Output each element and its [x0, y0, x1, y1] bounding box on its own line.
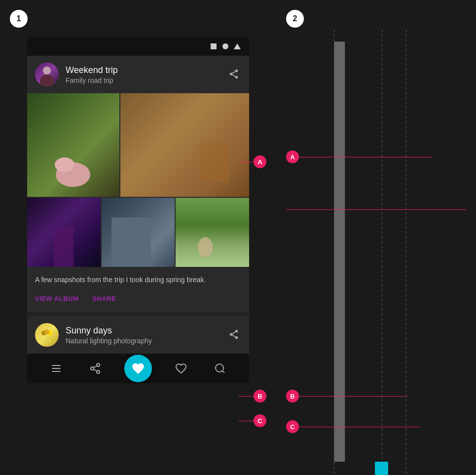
card-description: A few snapshots from the trip I took dur… [27, 267, 249, 289]
avatar-image [35, 63, 59, 86]
svg-marker-2 [234, 43, 241, 49]
svg-rect-16 [52, 365, 61, 366]
svg-point-21 [97, 370, 100, 373]
card-second-subtitle: Natural lighting photography [66, 337, 152, 345]
card-second-titles: Sunny days Natural lighting photography [66, 326, 152, 345]
card-titles: Weekend trip Family road trip [66, 65, 118, 84]
search-icon [214, 363, 226, 374]
card-second-header-left: Sunny days Natural lighting photography [35, 323, 152, 347]
annotation-a-left: A [254, 155, 266, 168]
card-header-left: Weekend trip Family road trip [35, 63, 118, 86]
photo-grid-top [27, 93, 249, 197]
right-panel: 2 [276, 0, 476, 475]
status-bar [27, 37, 249, 56]
square-icon [210, 42, 218, 50]
share-button-2[interactable] [226, 327, 241, 343]
svg-point-20 [91, 367, 94, 370]
photo-purple [27, 198, 101, 267]
svg-point-10 [44, 329, 49, 334]
avatar-sunny [35, 323, 59, 347]
group-photo-icon [39, 327, 55, 343]
phone-mockup: Weekend trip Family road trip [27, 37, 249, 383]
chart-svg [286, 30, 466, 475]
annotation-line-a-left [239, 162, 254, 162]
annotation-line-c-right [299, 427, 420, 427]
share-nav-button[interactable] [85, 359, 105, 378]
photo-grid [27, 93, 249, 267]
svg-line-7 [232, 71, 235, 73]
search-button[interactable] [210, 359, 230, 378]
svg-line-22 [94, 369, 97, 371]
heart-nav-icon [175, 363, 187, 374]
card-second-title: Sunny days [66, 326, 152, 336]
menu-button[interactable] [46, 359, 66, 378]
share-icon [228, 69, 239, 79]
photo-goat [176, 198, 249, 267]
badge-1: 1 [10, 10, 28, 28]
svg-line-6 [232, 74, 235, 76]
annotation-line-b-left [239, 396, 254, 397]
card-second-header: Sunny days Natural lighting photography [27, 316, 249, 354]
view-album-button[interactable]: VIEW ALBUM [32, 293, 81, 304]
menu-icon [50, 363, 62, 374]
svg-line-25 [222, 371, 224, 373]
share-button[interactable] [226, 67, 241, 83]
svg-point-4 [230, 73, 233, 75]
svg-point-19 [97, 364, 100, 366]
annotation-line-c-left [239, 421, 254, 421]
photo-building [102, 198, 175, 267]
annotation-a-right: A [286, 150, 299, 163]
svg-rect-17 [52, 368, 61, 369]
fab-heart-button[interactable] [124, 355, 152, 382]
svg-rect-0 [211, 43, 217, 49]
card-weekend-trip: Weekend trip Family road trip [27, 56, 249, 312]
share-nav-icon [89, 363, 101, 374]
photo-chalk [120, 93, 249, 197]
annotation-line-b-right [299, 396, 407, 397]
svg-rect-33 [375, 462, 388, 475]
svg-point-24 [216, 364, 223, 372]
svg-line-23 [94, 366, 97, 368]
svg-point-13 [235, 336, 238, 339]
card-subtitle: Family road trip [66, 76, 118, 84]
bottom-nav [27, 354, 249, 383]
annotation-b-right: B [286, 390, 299, 402]
avatar [35, 63, 59, 86]
photo-pig [27, 93, 119, 197]
card-header: Weekend trip Family road trip [27, 56, 249, 93]
photo-grid-bottom [27, 198, 249, 267]
chart-container [286, 30, 466, 475]
svg-point-1 [222, 43, 228, 49]
svg-line-14 [232, 335, 235, 337]
card-title: Weekend trip [66, 65, 118, 75]
svg-point-5 [235, 75, 238, 78]
left-panel: 1 Weekend trip [0, 0, 276, 475]
circle-icon [221, 42, 229, 50]
svg-point-12 [230, 333, 233, 336]
share-action-button[interactable]: SHARE [89, 293, 119, 304]
card-sunny-days: Sunny days Natural lighting photography [27, 316, 249, 354]
annotation-c-right: C [286, 420, 299, 433]
annotation-b-left: B [254, 390, 266, 402]
heart-icon [131, 362, 145, 375]
annotation-c-left: C [254, 414, 266, 427]
annotation-line-a-right [299, 157, 432, 157]
svg-line-15 [232, 331, 235, 333]
chart-area: (dp) 1 6 8 [276, 0, 476, 475]
svg-rect-26 [334, 41, 345, 462]
svg-rect-18 [52, 371, 61, 372]
share-icon-2 [228, 329, 239, 340]
svg-point-11 [235, 329, 238, 332]
triangle-icon [233, 42, 241, 50]
card-actions: VIEW ALBUM SHARE [27, 289, 249, 312]
heart-nav-button[interactable] [171, 359, 191, 378]
svg-point-3 [235, 69, 238, 72]
